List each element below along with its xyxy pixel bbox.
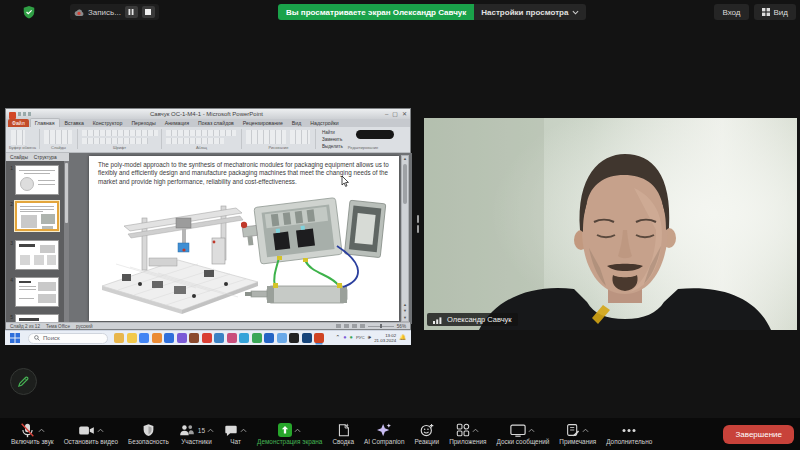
- notifications-bell-icon[interactable]: 🔔: [399, 335, 406, 341]
- taskbar-app-icon[interactable]: [289, 333, 299, 343]
- end-meeting-button[interactable]: Завершение: [723, 425, 794, 444]
- ribbon-tab-slideshow[interactable]: Показ слайдов: [194, 119, 238, 127]
- more-button[interactable]: Дополнительно: [601, 418, 657, 450]
- slide-scrollbar[interactable]: ▲ ▲ ▼ ▼: [401, 155, 409, 322]
- tray-chevron-icon[interactable]: ⌃: [336, 335, 341, 341]
- ribbon-tab-file[interactable]: Файл: [8, 119, 29, 127]
- language-switcher[interactable]: РУС: [356, 336, 365, 340]
- ribbon-tab-design[interactable]: Конструктор: [89, 119, 127, 127]
- slideshow-view-button[interactable]: [360, 324, 365, 328]
- sorter-view-button[interactable]: [344, 324, 349, 328]
- ribbon-tab-home[interactable]: Главная: [30, 118, 60, 127]
- tray-indicator-icon-2[interactable]: ●: [350, 335, 353, 341]
- normal-view-button[interactable]: [336, 324, 341, 328]
- slide-thumbnail-1[interactable]: [15, 165, 59, 195]
- stop-video-button[interactable]: Остановить видео: [59, 418, 123, 450]
- chevron-up-icon[interactable]: [528, 428, 535, 433]
- view-settings-button[interactable]: Настройки просмотра: [474, 4, 586, 20]
- chevron-up-icon[interactable]: [240, 428, 247, 433]
- meeting-top-bar: Запись... Вы просматриваете экран Олекса…: [0, 0, 800, 24]
- tab-slides[interactable]: Слайды: [8, 155, 30, 160]
- chevron-up-icon[interactable]: [97, 428, 104, 433]
- notes-button[interactable]: Примечания: [554, 418, 601, 450]
- taskbar-search[interactable]: Поиск: [28, 333, 108, 344]
- taskbar-app-icon[interactable]: [264, 333, 274, 343]
- stop-recording-button[interactable]: [142, 6, 155, 18]
- tab-outline[interactable]: Структура: [32, 155, 59, 160]
- taskbar-app-icon[interactable]: [189, 333, 199, 343]
- slide-counter: Слайд 2 из 12: [10, 324, 40, 329]
- zoom-slider[interactable]: [368, 326, 394, 327]
- ai-companion-button[interactable]: AI Companion: [359, 418, 410, 450]
- connection-signal-icon: [433, 316, 443, 324]
- slide-thumbnail-2-selected[interactable]: [15, 201, 59, 231]
- ribbon-tab-addins[interactable]: Надстройки: [306, 119, 342, 127]
- chevron-up-icon[interactable]: [582, 428, 589, 433]
- ribbon-replace[interactable]: Заменить: [322, 137, 343, 144]
- taskbar-app-icon[interactable]: [252, 333, 262, 343]
- taskbar-app-icon[interactable]: [302, 333, 312, 343]
- join-audio-button[interactable]: Вход: [714, 4, 748, 20]
- ribbon-group-drawing[interactable]: Рисование: [242, 129, 316, 149]
- ribbon-group-slides[interactable]: Слайды: [40, 129, 78, 149]
- taskbar-app-icon[interactable]: [152, 333, 162, 343]
- taskbar-app-icon[interactable]: [314, 333, 324, 343]
- slide-thumbnail-4[interactable]: [15, 277, 59, 307]
- maximize-button[interactable]: ▢: [392, 111, 398, 117]
- whiteboards-button[interactable]: Доски сообщений: [492, 418, 555, 450]
- taskbar-app-icon[interactable]: [127, 333, 137, 343]
- chevron-up-icon[interactable]: [294, 428, 301, 433]
- chevron-up-icon[interactable]: [472, 428, 479, 433]
- slides-panel-tabs: Слайды Структура: [6, 153, 69, 161]
- taskbar-app-icon[interactable]: [214, 333, 224, 343]
- ribbon-tab-animations[interactable]: Анимация: [161, 119, 193, 127]
- participant-webcam-frame: [424, 118, 797, 330]
- reactions-button[interactable]: Реакции: [409, 418, 444, 450]
- unmute-button[interactable]: Включить звук: [6, 418, 59, 450]
- apps-button[interactable]: Приложения: [444, 418, 491, 450]
- screen-share-banner-group: Вы просматриваете экран Олександр Савчук…: [278, 4, 586, 20]
- taskbar-app-icon[interactable]: [139, 333, 149, 343]
- ribbon-tab-view[interactable]: Вид: [288, 119, 305, 127]
- reading-view-button[interactable]: [352, 324, 357, 328]
- chevron-up-icon[interactable]: [207, 428, 214, 433]
- ppt-slides-panel: Слайды Структура 1 2: [6, 153, 69, 324]
- taskbar-app-icon[interactable]: [239, 333, 249, 343]
- start-button[interactable]: [10, 329, 20, 347]
- chat-button[interactable]: Чат: [219, 418, 252, 450]
- mouse-cursor: [341, 176, 349, 187]
- taskbar-app-icon[interactable]: [164, 333, 174, 343]
- taskbar-app-icon[interactable]: [227, 333, 237, 343]
- security-button[interactable]: Безопасность: [123, 418, 174, 450]
- ribbon-tab-insert[interactable]: Вставка: [61, 119, 88, 127]
- chevron-up-icon[interactable]: [38, 428, 45, 433]
- ribbon-tab-review[interactable]: Рецензирование: [239, 119, 287, 127]
- taskbar-app-icon[interactable]: [202, 333, 212, 343]
- ribbon-group-font[interactable]: Шрифт: [78, 129, 162, 149]
- panes-divider-handle[interactable]: [416, 215, 420, 235]
- share-screen-button[interactable]: Демонстрация экрана: [252, 418, 327, 450]
- close-button[interactable]: ✕: [402, 111, 407, 117]
- ribbon-tab-transitions[interactable]: Переходы: [127, 119, 159, 127]
- summary-button[interactable]: Сводка: [327, 418, 359, 450]
- participants-button[interactable]: 15 Участники: [174, 418, 219, 450]
- notes-icon: [566, 423, 580, 437]
- more-dots-icon: [622, 428, 636, 433]
- taskbar-app-icon[interactable]: [177, 333, 187, 343]
- taskbar-app-icon[interactable]: [114, 333, 124, 343]
- participant-video-tile[interactable]: Олександр Савчук: [424, 118, 797, 330]
- taskbar-app-icon[interactable]: [277, 333, 287, 343]
- ribbon-black-pill: [356, 130, 394, 139]
- taskbar-clock[interactable]: 13:02 21.03.2024: [374, 333, 396, 343]
- volume-icon[interactable]: 🕪: [368, 335, 371, 341]
- ribbon-group-clipboard[interactable]: Буфер обмена: [6, 129, 40, 149]
- slide-thumbnail-3[interactable]: [15, 240, 59, 270]
- ribbon-find[interactable]: Найти: [322, 130, 343, 137]
- tray-indicator-icon[interactable]: ●: [343, 335, 346, 341]
- ribbon-group-paragraph[interactable]: Абзац: [162, 129, 242, 149]
- minimize-button[interactable]: –: [385, 111, 388, 117]
- pause-recording-button[interactable]: [125, 6, 138, 18]
- annotate-pencil-button[interactable]: [10, 368, 37, 395]
- view-button[interactable]: Вид: [754, 4, 796, 20]
- quick-access-toolbar[interactable]: [18, 112, 32, 116]
